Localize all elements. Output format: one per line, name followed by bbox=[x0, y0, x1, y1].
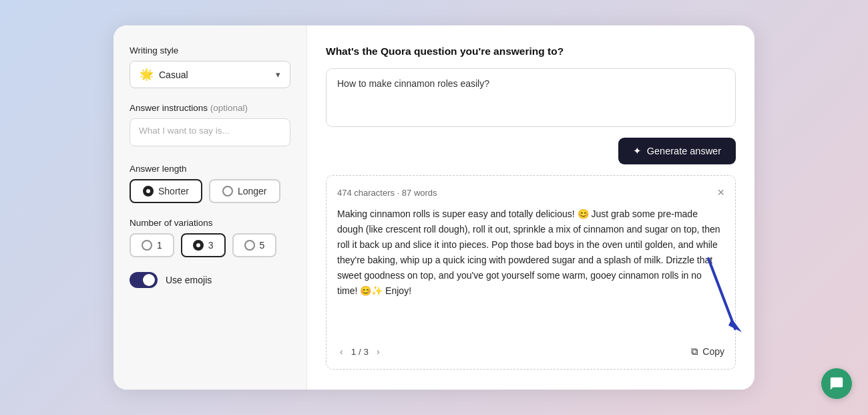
chat-icon bbox=[829, 376, 844, 391]
answer-length-section: Answer length Shorter Longer bbox=[130, 164, 290, 203]
chevron-down-icon: ▾ bbox=[276, 70, 280, 80]
use-emojis-row: Use emojis bbox=[130, 272, 290, 288]
result-card: 474 characters · 87 words × Making cinna… bbox=[326, 175, 736, 370]
style-select-left: 🌟 Casual bbox=[140, 67, 188, 82]
close-result-button[interactable]: × bbox=[717, 186, 724, 198]
pagination: ‹ 1 / 3 › bbox=[337, 345, 383, 358]
question-textarea[interactable]: How to make cinnamon roles easily? bbox=[326, 68, 736, 127]
style-emoji: 🌟 bbox=[140, 67, 154, 82]
shorter-label: Shorter bbox=[158, 186, 189, 196]
answer-length-group: Shorter Longer bbox=[130, 179, 290, 203]
shorter-radio-dot bbox=[143, 186, 154, 196]
generate-label: Generate answer bbox=[647, 146, 721, 156]
optional-tag: (optional) bbox=[210, 103, 248, 113]
writing-style-label: Writing style bbox=[130, 45, 290, 55]
writing-style-select[interactable]: 🌟 Casual ▾ bbox=[130, 61, 290, 88]
variation-5[interactable]: 5 bbox=[232, 233, 277, 257]
chat-fab-button[interactable] bbox=[821, 368, 852, 399]
result-footer: ‹ 1 / 3 › ⧉ Copy bbox=[337, 345, 724, 358]
variation-3-label: 3 bbox=[208, 240, 214, 251]
prev-page-button[interactable]: ‹ bbox=[337, 345, 346, 358]
variation-1-dot bbox=[142, 240, 152, 251]
right-panel: What's the Quora question you're answeri… bbox=[307, 25, 754, 390]
svg-marker-1 bbox=[728, 319, 742, 332]
next-page-button[interactable]: › bbox=[374, 345, 383, 358]
question-label: What's the Quora question you're answeri… bbox=[326, 45, 736, 57]
generate-row: ✦ Generate answer bbox=[326, 138, 736, 164]
length-shorter-option[interactable]: Shorter bbox=[130, 179, 202, 203]
variation-5-label: 5 bbox=[260, 240, 265, 251]
result-meta: 474 characters · 87 words bbox=[337, 188, 437, 198]
longer-radio-dot bbox=[222, 186, 233, 196]
answer-instructions-section: Answer instructions (optional) bbox=[130, 103, 290, 149]
main-card: Writing style 🌟 Casual ▾ Answer instruct… bbox=[114, 25, 754, 390]
generate-button[interactable]: ✦ Generate answer bbox=[618, 138, 736, 164]
result-text: Making cinnamon rolls is super easy and … bbox=[337, 206, 724, 335]
variations-label: Number of variations bbox=[130, 218, 290, 228]
copy-icon: ⧉ bbox=[691, 345, 698, 358]
style-selected-label: Casual bbox=[159, 70, 188, 80]
variation-3-dot bbox=[193, 240, 204, 251]
variation-5-dot bbox=[244, 240, 255, 251]
use-emojis-toggle[interactable] bbox=[130, 272, 158, 288]
answer-instructions-input[interactable] bbox=[130, 118, 290, 146]
writing-style-section: Writing style 🌟 Casual ▾ bbox=[130, 45, 290, 88]
answer-instructions-label: Answer instructions (optional) bbox=[130, 103, 290, 113]
variation-1-label: 1 bbox=[157, 240, 162, 251]
result-header: 474 characters · 87 words × bbox=[337, 186, 724, 198]
variations-section: Number of variations 1 3 5 bbox=[130, 218, 290, 257]
variation-1[interactable]: 1 bbox=[130, 233, 174, 257]
variation-group: 1 3 5 bbox=[130, 233, 290, 257]
use-emojis-label: Use emojis bbox=[166, 275, 212, 285]
sparkle-icon: ✦ bbox=[633, 145, 642, 157]
answer-length-label: Answer length bbox=[130, 164, 290, 174]
page-indicator: 1 / 3 bbox=[351, 347, 369, 357]
length-longer-option[interactable]: Longer bbox=[209, 179, 280, 203]
longer-label: Longer bbox=[238, 186, 267, 196]
copy-button[interactable]: ⧉ Copy bbox=[691, 345, 724, 358]
left-panel: Writing style 🌟 Casual ▾ Answer instruct… bbox=[114, 25, 307, 390]
variation-3[interactable]: 3 bbox=[181, 233, 226, 257]
copy-label: Copy bbox=[702, 346, 724, 357]
